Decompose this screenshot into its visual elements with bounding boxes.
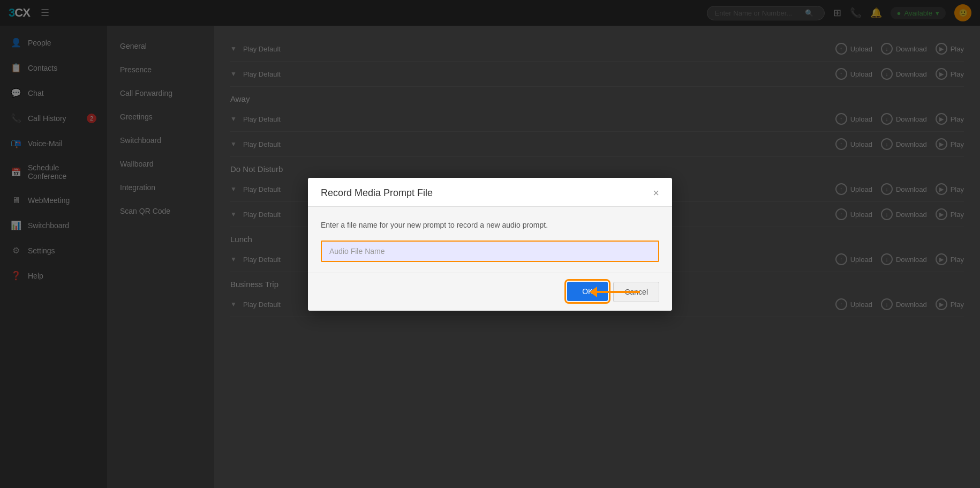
modal-description: Enter a file name for your new prompt to… (321, 220, 659, 231)
modal-header: Record Media Prompt File × (308, 178, 672, 207)
modal: Record Media Prompt File × Enter a file … (308, 178, 672, 311)
ok-button-wrapper: OK (567, 282, 608, 302)
modal-close-button[interactable]: × (653, 187, 659, 198)
audio-file-name-input[interactable] (321, 241, 659, 262)
arrow-shaft (597, 291, 640, 293)
modal-body: Enter a file name for your new prompt to… (308, 207, 672, 273)
modal-footer: OK Cancel (308, 273, 672, 311)
arrow-annotation (590, 287, 640, 297)
modal-title: Record Media Prompt File (321, 187, 433, 199)
arrow-head (590, 287, 597, 297)
modal-overlay: Record Media Prompt File × Enter a file … (0, 0, 980, 488)
